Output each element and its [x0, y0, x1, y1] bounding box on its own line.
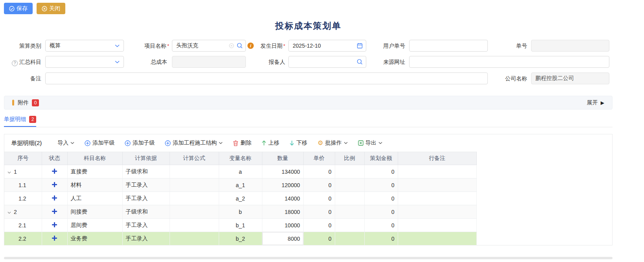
ratio-cell[interactable]	[335, 192, 364, 205]
ratio-cell[interactable]	[335, 219, 364, 232]
summary-subject-select[interactable]	[45, 56, 124, 68]
formula-cell[interactable]	[170, 219, 219, 232]
basis-cell[interactable]: 手工录入	[122, 192, 170, 205]
price-cell[interactable]: 0	[303, 232, 335, 245]
attachments-bar[interactable]: 附件 0 展开 ▶	[4, 96, 613, 110]
table-row[interactable]: 1直接费子级求和a13400000	[4, 165, 476, 178]
amount-cell[interactable]: 0	[364, 192, 398, 205]
remark-input[interactable]	[45, 72, 488, 84]
ratio-cell[interactable]	[335, 232, 364, 245]
price-cell[interactable]: 0	[303, 178, 335, 192]
subject-cell[interactable]: 人工	[67, 192, 122, 205]
row-remark-cell[interactable]	[398, 219, 476, 232]
amount-cell[interactable]: 0	[364, 219, 398, 232]
occur-date-input[interactable]	[288, 40, 366, 52]
basis-cell[interactable]: 手工录入	[122, 219, 170, 232]
move-down-button[interactable]: 下移	[290, 139, 307, 147]
price-cell[interactable]: 0	[303, 219, 335, 232]
variable-cell[interactable]: b	[219, 205, 262, 219]
import-button[interactable]: 导入	[57, 139, 74, 147]
formula-cell[interactable]	[170, 205, 219, 219]
user-order-no-field[interactable]	[409, 40, 488, 52]
variable-cell[interactable]: b_1	[219, 219, 262, 232]
ratio-cell[interactable]	[335, 205, 364, 219]
price-cell[interactable]: 0	[303, 205, 335, 219]
tab-detail[interactable]: 单据明细 2	[4, 116, 36, 127]
status-cell[interactable]	[42, 232, 67, 245]
add-child-button[interactable]: 添加子级	[125, 139, 155, 147]
status-plus-icon[interactable]	[52, 209, 57, 214]
move-up-button[interactable]: 上移	[262, 139, 279, 147]
qty-cell[interactable]: 18000	[262, 205, 303, 219]
user-order-no-input[interactable]	[409, 40, 488, 52]
formula-cell[interactable]	[170, 178, 219, 192]
price-cell[interactable]: 0	[303, 165, 335, 178]
row-remark-cell[interactable]	[398, 232, 476, 245]
source-url-field[interactable]	[409, 56, 609, 68]
amount-cell[interactable]: 0	[364, 178, 398, 192]
project-name-input[interactable]	[172, 40, 246, 52]
ratio-cell[interactable]	[335, 165, 364, 178]
reporter-field[interactable]	[288, 56, 366, 68]
project-name-field[interactable]	[172, 40, 246, 52]
question-circle-icon[interactable]: ?	[12, 60, 18, 66]
status-plus-icon[interactable]	[52, 195, 57, 201]
add-sibling-button[interactable]: 添加平级	[85, 139, 114, 147]
export-button[interactable]: 导出	[358, 139, 382, 147]
amount-cell[interactable]: 0	[364, 205, 398, 219]
ratio-cell[interactable]	[335, 178, 364, 192]
status-cell[interactable]	[42, 219, 67, 232]
batch-operation-button[interactable]: ⚙ 批操作	[317, 139, 347, 147]
variable-cell[interactable]: a_1	[219, 178, 262, 192]
amount-cell[interactable]: 0	[364, 232, 398, 245]
add-structure-button[interactable]: 添加工程施工结构	[165, 139, 223, 147]
variable-cell[interactable]: a	[219, 165, 262, 178]
formula-cell[interactable]	[170, 165, 219, 178]
search-icon[interactable]	[237, 43, 243, 49]
subject-cell[interactable]: 材料	[67, 178, 122, 192]
subject-cell[interactable]: 间接费	[67, 205, 122, 219]
basis-cell[interactable]: 手工录入	[122, 232, 170, 245]
row-remark-cell[interactable]	[398, 178, 476, 192]
search-icon[interactable]	[357, 59, 363, 65]
qty-cell[interactable]: 120000	[262, 178, 303, 192]
row-remark-cell[interactable]	[398, 192, 476, 205]
status-plus-icon[interactable]	[52, 222, 57, 227]
table-row[interactable]: 2.1居间费手工录入b_11000000	[4, 219, 476, 232]
formula-cell[interactable]	[170, 192, 219, 205]
table-row[interactable]: 1.1材料手工录入a_112000000	[4, 178, 476, 192]
horizontal-scrollbar[interactable]	[4, 257, 613, 259]
variable-cell[interactable]: b_2	[219, 232, 262, 245]
expand-button[interactable]: 展开 ▶	[587, 99, 604, 106]
status-plus-icon[interactable]	[52, 182, 57, 187]
variable-cell[interactable]: a_2	[219, 192, 262, 205]
status-plus-icon[interactable]	[52, 169, 57, 174]
status-cell[interactable]	[42, 205, 67, 219]
price-cell[interactable]: 0	[303, 192, 335, 205]
delete-button[interactable]: 删除	[233, 139, 251, 147]
qty-cell[interactable]: 14000	[262, 192, 303, 205]
clear-icon[interactable]	[229, 43, 234, 48]
qty-cell[interactable]: 8000	[262, 232, 303, 245]
source-url-input[interactable]	[409, 56, 609, 68]
subject-cell[interactable]: 直接费	[67, 165, 122, 178]
amount-cell[interactable]: 0	[364, 165, 398, 178]
calendar-icon[interactable]	[357, 43, 363, 49]
tree-expand-icon[interactable]	[7, 212, 11, 214]
reporter-input[interactable]	[288, 56, 366, 68]
status-cell[interactable]	[42, 165, 67, 178]
qty-cell[interactable]: 134000	[262, 165, 303, 178]
row-remark-cell[interactable]	[398, 165, 476, 178]
basis-cell[interactable]: 子级求和	[122, 205, 170, 219]
table-row[interactable]: 2间接费子级求和b1800000	[4, 205, 476, 219]
subject-cell[interactable]: 居间费	[67, 219, 122, 232]
status-cell[interactable]	[42, 192, 67, 205]
status-cell[interactable]	[42, 178, 67, 192]
remark-field[interactable]	[45, 72, 488, 84]
save-button[interactable]: 保存	[4, 3, 33, 14]
table-row[interactable]: 2.2业务费手工录入b_2800000	[4, 232, 476, 245]
tree-expand-icon[interactable]	[7, 171, 11, 174]
table-row[interactable]: 1.2人工手工录入a_21400000	[4, 192, 476, 205]
qty-cell[interactable]: 10000	[262, 219, 303, 232]
status-plus-icon[interactable]	[52, 236, 57, 241]
